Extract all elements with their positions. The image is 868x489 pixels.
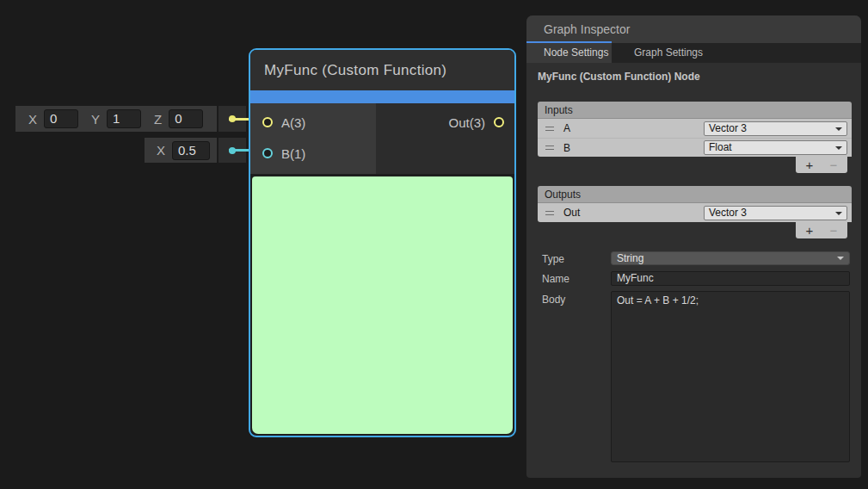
inputs-remove-button[interactable]: − [824,158,843,171]
input-b-name: B [563,142,570,154]
outputs-list: Outputs Out Vector 3 [538,186,852,222]
node-input-ports: A(3) B(1) [250,103,376,174]
inputs-add-button[interactable]: + [800,158,819,171]
tab-node-settings[interactable]: Node Settings [526,43,612,63]
input-a-name: A [563,122,570,134]
name-field[interactable]: MyFunc [611,271,850,286]
name-label: Name [542,273,569,285]
dropdown-arrow-icon [835,127,842,131]
custom-function-node[interactable]: MyFunc (Custom Function) A(3) B(1) Out(3… [249,48,516,437]
port-row-out: Out(3) [376,107,514,138]
port-b-label: B(1) [281,146,305,161]
tab-graph-settings[interactable]: Graph Settings [612,43,703,63]
type-value: String [617,252,643,264]
node-settings-heading: MyFunc (Custom Function) Node [538,71,700,83]
body-label: Body [542,294,565,306]
port-row-a: A(3) [250,107,376,138]
active-tab-underline [526,41,612,43]
node-ports: A(3) B(1) Out(3) [250,103,514,174]
port-row-b: B(1) [250,138,376,169]
input-port-b-icon[interactable] [262,148,273,158]
float-x-field[interactable]: 0.5 [172,141,210,160]
input-b-type-value: Float [709,141,732,153]
drag-handle-icon[interactable] [545,127,554,131]
vector3-input-widget: X 0 Y 1 Z 0 [15,106,217,132]
outputs-row-out[interactable]: Out Vector 3 [538,203,852,222]
outputs-list-header: Outputs [538,186,852,203]
inputs-list-footer: + − [796,157,847,173]
output-out-type-dropdown[interactable]: Vector 3 [704,206,847,220]
axis-x-label: X [28,112,37,127]
type-dropdown[interactable]: String [611,251,850,265]
axis-x-field[interactable]: 0 [44,109,78,128]
outputs-list-footer: + − [796,222,847,238]
port-out-label: Out(3) [448,115,485,130]
inputs-row-b[interactable]: B Float [538,138,852,157]
dropdown-arrow-icon [835,146,842,150]
float-input-widget: X 0.5 [145,138,217,163]
body-field[interactable]: Out = A + B + 1/2; [611,291,850,462]
inputs-row-a[interactable]: A Vector 3 [538,119,852,138]
drag-handle-icon[interactable] [545,211,554,215]
input-port-a-icon[interactable] [262,117,273,127]
output-port-out-icon[interactable] [494,117,504,127]
outputs-remove-button[interactable]: − [824,224,843,237]
inspector-titlebar[interactable]: Graph Inspector [526,15,861,43]
float-x-label: X [157,143,165,158]
inspector-tabrow: Node Settings Graph Settings [526,43,861,63]
axis-y-field[interactable]: 1 [107,109,141,128]
node-title: MyFunc (Custom Function) [250,50,514,90]
node-output-ports: Out(3) [376,103,514,174]
input-a-type-value: Vector 3 [709,122,747,134]
graph-inspector-panel: Graph Inspector Node Settings Graph Sett… [526,15,861,478]
node-preview [252,176,513,434]
axis-z-label: Z [154,112,162,127]
output-out-type-value: Vector 3 [709,207,747,219]
outputs-add-button[interactable]: + [800,224,819,237]
inputs-list: Inputs A Vector 3 B Float [538,102,852,157]
output-out-name: Out [563,207,580,219]
node-accent-bar [250,90,514,103]
dropdown-arrow-icon [835,212,842,215]
axis-y-label: Y [91,112,100,127]
port-a-label: A(3) [281,115,305,130]
type-label: Type [542,253,564,265]
axis-z-field[interactable]: 0 [169,109,203,128]
dropdown-arrow-icon [837,257,844,260]
inputs-list-header: Inputs [538,102,852,119]
drag-handle-icon[interactable] [545,145,554,150]
input-b-type-dropdown[interactable]: Float [704,140,847,155]
input-a-type-dropdown[interactable]: Vector 3 [704,121,847,136]
